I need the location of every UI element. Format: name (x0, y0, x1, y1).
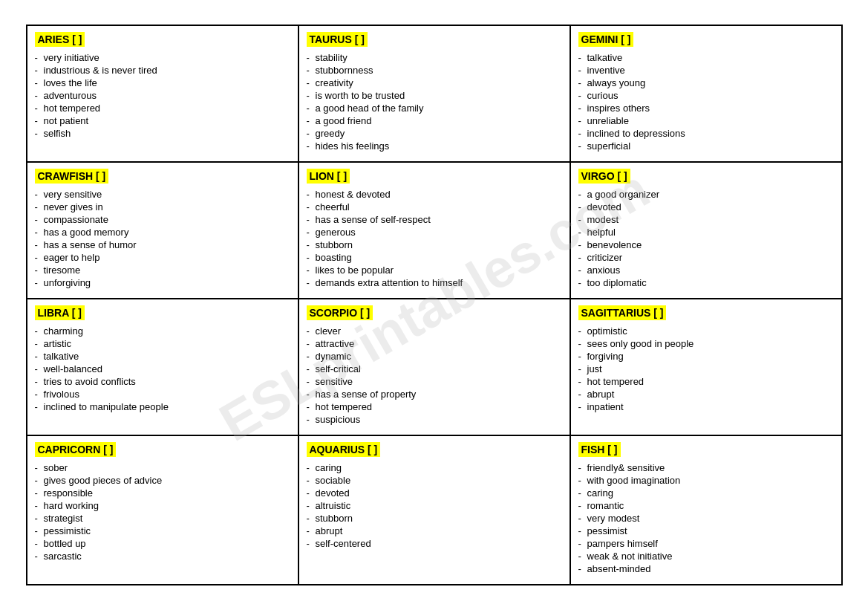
trait-list-aquarius: caringsociabledevotedaltruisticstubborna… (307, 461, 562, 550)
trait-item: never gives in (35, 201, 290, 213)
trait-item: talkative (578, 51, 834, 64)
trait-list-taurus: stabilitystubbornnesscreativityis worth … (307, 51, 562, 152)
trait-item: inspires others (578, 102, 834, 114)
zodiac-title-aries: ARIES [ ] (35, 32, 85, 47)
trait-item: frivolous (35, 388, 290, 400)
trait-item: pessimistic (35, 525, 290, 537)
trait-item: selfish (35, 127, 290, 140)
trait-item: tiresome (35, 264, 290, 276)
trait-item: compassionate (35, 213, 290, 226)
trait-item: charming (35, 325, 290, 337)
zodiac-cell-aquarius: AQUARIUS [ ]caringsociabledevotedaltruis… (299, 436, 571, 585)
trait-item: caring (578, 487, 834, 499)
trait-list-virgo: a good organizerdevotedmodesthelpfulbene… (578, 188, 834, 289)
trait-item: unforgiving (35, 276, 290, 289)
trait-item: stubborn (307, 512, 562, 525)
zodiac-title-lion: LION [ ] (307, 169, 350, 184)
trait-item: caring (307, 461, 562, 474)
trait-item: boasting (307, 251, 562, 264)
trait-item: criticizer (578, 251, 834, 264)
trait-item: devoted (578, 201, 834, 213)
trait-item: generous (307, 226, 562, 239)
trait-item: devoted (307, 487, 562, 499)
trait-item: optimistic (578, 325, 834, 337)
trait-item: very sensitive (35, 188, 290, 201)
trait-item: very initiative (35, 51, 290, 64)
trait-list-capricorn: sobergives good pieces of adviceresponsi… (35, 461, 290, 562)
zodiac-cell-lion: LION [ ]honest & devotedcheerfulhas a se… (299, 163, 571, 299)
trait-item: inventive (578, 64, 834, 77)
trait-item: with good imagination (578, 474, 834, 487)
trait-list-sagittarius: optimisticsees only good in peopleforgiv… (578, 325, 834, 413)
trait-item: dynamic (307, 350, 562, 363)
trait-item: very modest (578, 512, 834, 525)
zodiac-title-taurus: TAURUS [ ] (307, 32, 368, 47)
trait-list-fish: friendly& sensitivewith good imagination… (578, 461, 834, 575)
trait-item: abrupt (578, 388, 834, 400)
trait-item: anxious (578, 264, 834, 276)
trait-item: sensitive (307, 375, 562, 388)
trait-item: likes to be popular (307, 264, 562, 276)
zodiac-title-sagittarius: SAGITTARIUS [ ] (578, 305, 667, 320)
trait-list-gemini: talkativeinventivealways youngcuriousins… (578, 51, 834, 152)
trait-item: well-balanced (35, 363, 290, 375)
trait-item: sees only good in people (578, 337, 834, 350)
trait-item: not patient (35, 114, 290, 127)
trait-item: is worth to be trusted (307, 89, 562, 102)
trait-item: honest & devoted (307, 188, 562, 201)
trait-item: stability (307, 51, 562, 64)
zodiac-cell-capricorn: CAPRICORN [ ]sobergives good pieces of a… (27, 436, 299, 585)
trait-item: hot tempered (578, 375, 834, 388)
trait-item: benevolence (578, 239, 834, 251)
trait-item: superficial (578, 140, 834, 152)
trait-item: inpatient (578, 400, 834, 413)
trait-item: self-centered (307, 537, 562, 550)
trait-item: hot tempered (35, 102, 290, 114)
trait-item: inclined to manipulate people (35, 400, 290, 413)
trait-item: inclined to depressions (578, 127, 834, 140)
trait-item: a good head of the family (307, 102, 562, 114)
trait-item: romantic (578, 499, 834, 512)
zodiac-title-virgo: VIRGO [ ] (578, 169, 630, 184)
trait-item: talkative (35, 350, 290, 363)
trait-item: modest (578, 213, 834, 226)
trait-item: unreliable (578, 114, 834, 127)
trait-item: a good friend (307, 114, 562, 127)
trait-item: bottled up (35, 537, 290, 550)
trait-list-aries: very initiativeindustrious & is never ti… (35, 51, 290, 140)
zodiac-title-scorpio: SCORPIO [ ] (307, 305, 373, 320)
trait-item: artistic (35, 337, 290, 350)
trait-item: sarcastic (35, 550, 290, 562)
trait-list-scorpio: cleverattractivedynamicself-criticalsens… (307, 325, 562, 426)
trait-item: tries to avoid conflicts (35, 375, 290, 388)
trait-list-libra: charmingartistictalkativewell-balancedtr… (35, 325, 290, 413)
zodiac-title-crawfish: CRAWFISH [ ] (35, 169, 109, 184)
trait-item: too diplomatic (578, 276, 834, 289)
zodiac-title-libra: LIBRA [ ] (35, 305, 85, 320)
trait-item: friendly& sensitive (578, 461, 834, 474)
trait-item: sociable (307, 474, 562, 487)
trait-item: altruistic (307, 499, 562, 512)
trait-item: has a good memory (35, 226, 290, 239)
trait-item: has a sense of self-respect (307, 213, 562, 226)
trait-item: demands extra attention to himself (307, 276, 562, 289)
zodiac-cell-scorpio: SCORPIO [ ]cleverattractivedynamicself-c… (299, 299, 571, 436)
trait-item: hot tempered (307, 400, 562, 413)
zodiac-cell-fish: FISH [ ]friendly& sensitivewith good ima… (571, 436, 843, 585)
zodiac-title-gemini: GEMINI [ ] (578, 32, 634, 47)
page: ESLprintables.com ARIES [ ]very initiati… (26, 25, 843, 585)
trait-item: self-critical (307, 363, 562, 375)
trait-item: creativity (307, 77, 562, 89)
trait-item: suspicious (307, 413, 562, 426)
trait-list-crawfish: very sensitivenever gives incompassionat… (35, 188, 290, 289)
trait-item: weak & not initiative (578, 550, 834, 562)
trait-item: pessimist (578, 525, 834, 537)
trait-item: sober (35, 461, 290, 474)
trait-item: a good organizer (578, 188, 834, 201)
zodiac-cell-gemini: GEMINI [ ]talkativeinventivealways young… (571, 26, 843, 163)
trait-item: adventurous (35, 89, 290, 102)
zodiac-title-aquarius: AQUARIUS [ ] (307, 442, 381, 457)
trait-item: strategist (35, 512, 290, 525)
zodiac-cell-sagittarius: SAGITTARIUS [ ]optimisticsees only good … (571, 299, 843, 436)
trait-list-lion: honest & devotedcheerfulhas a sense of s… (307, 188, 562, 289)
